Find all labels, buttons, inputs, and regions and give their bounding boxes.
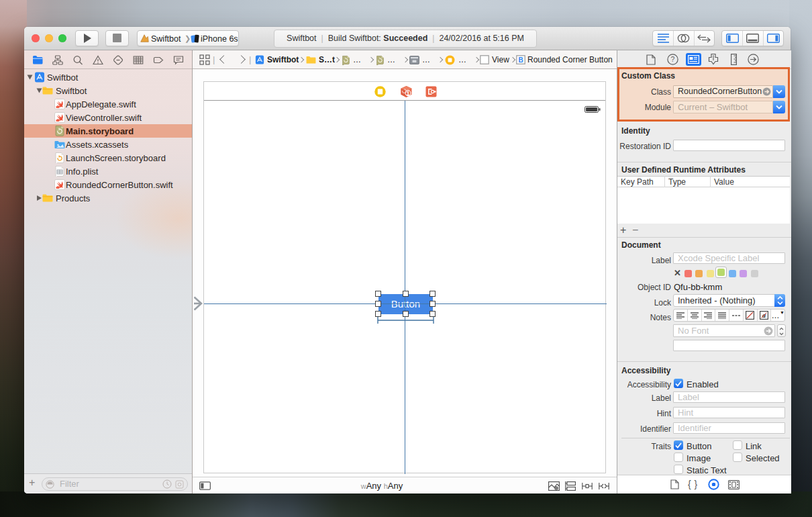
svg-text:?: ? <box>671 55 675 63</box>
svg-text:1: 1 <box>406 90 409 97</box>
svg-text:B: B <box>518 56 523 64</box>
